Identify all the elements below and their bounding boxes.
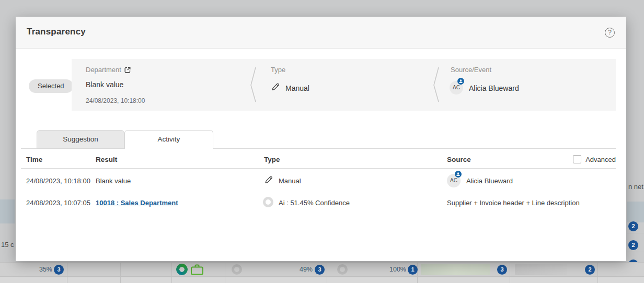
backdrop-column-border — [225, 262, 225, 283]
row-result: Blank value — [96, 177, 131, 185]
modal-title: Transparency — [27, 27, 86, 37]
help-icon[interactable]: ? — [605, 28, 615, 38]
backdrop-table-row-partial — [0, 277, 644, 283]
table-row: 24/08/2023, 10:07:05 10018 : Sales Depar… — [16, 191, 626, 214]
redacted-cell-content — [421, 264, 490, 275]
person-badge-icon — [457, 78, 464, 85]
backdrop-column-border — [171, 262, 172, 283]
teal-ring-icon — [176, 264, 188, 275]
backdrop-column-border — [510, 262, 510, 283]
tab-divider — [21, 148, 616, 149]
ai-ring-icon — [263, 197, 273, 207]
confidence-percent: 100% — [380, 266, 406, 273]
count-badge: 1 — [408, 265, 418, 275]
person-badge-icon — [455, 171, 462, 178]
result-link[interactable]: 10018 : Sales Department — [96, 199, 178, 207]
source-event-label: Source/Event — [451, 66, 491, 74]
row-type: Ai : 51.45% Confidence — [279, 199, 350, 207]
backdrop-row-border — [627, 233, 644, 233]
field-label: Department — [86, 66, 121, 74]
pencil-icon — [271, 82, 280, 91]
type-label: Type — [271, 66, 285, 74]
count-badge: 3 — [497, 265, 507, 275]
row-type: Manual — [279, 177, 301, 185]
backdrop-clipped-column-header-text: n net a — [628, 183, 644, 191]
table-row: 24/08/2023, 10:18:00 Blank value Manual … — [16, 168, 626, 191]
tab-suggestion[interactable]: Suggestion — [37, 130, 124, 148]
count-badge: 2 — [628, 221, 638, 231]
count-badge: 2 — [628, 240, 638, 250]
count-badge: 3 — [54, 265, 64, 275]
selected-value-summary-panel: Department Blank value 24/08/2023, 10:18… — [72, 59, 616, 111]
green-briefcase-icon — [190, 263, 204, 276]
backdrop-selected-cell-right — [627, 202, 644, 222]
screen: n net a 2 2 2 15 c 35% 3 49% 3 100% 1 3 … — [0, 0, 644, 283]
column-header-type: Type — [264, 156, 280, 163]
backdrop-clipped-cell-text: 15 c — [1, 241, 14, 249]
chevron-left-divider-icon — [432, 66, 440, 103]
backdrop-column-border — [327, 262, 327, 283]
tab-activity[interactable]: Activity — [124, 130, 213, 149]
field-value: Blank value — [86, 80, 123, 89]
redacted-cell-content — [515, 264, 567, 275]
modal-header — [16, 17, 626, 49]
confidence-percent: 49% — [292, 266, 313, 273]
ai-ring-icon — [232, 264, 242, 275]
backdrop-row-border — [627, 252, 644, 252]
field-timestamp: 24/08/2023, 10:18:00 — [86, 97, 145, 104]
backdrop-column-border — [417, 262, 418, 283]
ai-ring-icon — [337, 264, 348, 275]
row-time: 24/08/2023, 10:07:05 — [26, 199, 90, 207]
source-user-name: Alicia Blueward — [469, 84, 519, 92]
backdrop-column-border — [120, 262, 121, 283]
column-header-result: Result — [96, 156, 117, 163]
type-value: Manual — [285, 84, 309, 92]
column-header-time: Time — [26, 156, 42, 163]
advanced-checkbox-label: Advanced — [585, 156, 616, 163]
backdrop-column-border — [597, 262, 598, 283]
row-source: Alicia Blueward — [466, 177, 513, 185]
count-badge: 3 — [315, 265, 325, 275]
backdrop-column-border — [67, 262, 67, 283]
pencil-icon — [264, 175, 273, 184]
external-link-icon[interactable] — [124, 66, 131, 74]
backdrop-selected-cell-left — [0, 199, 15, 223]
count-badge: 2 — [585, 265, 595, 275]
row-time: 24/08/2023, 10:18:00 — [26, 177, 90, 185]
transparency-modal: Transparency ? Selected Department Blank… — [16, 17, 626, 261]
confidence-percent: 35% — [31, 266, 52, 273]
modal-callout-arrow — [297, 244, 310, 253]
advanced-checkbox[interactable] — [573, 155, 581, 163]
column-header-source: Source — [447, 156, 471, 163]
row-source: Supplier + Invoice header + Line descrip… — [447, 199, 580, 207]
chevron-left-divider-icon — [249, 66, 257, 103]
selected-status-pill: Selected — [29, 79, 73, 93]
